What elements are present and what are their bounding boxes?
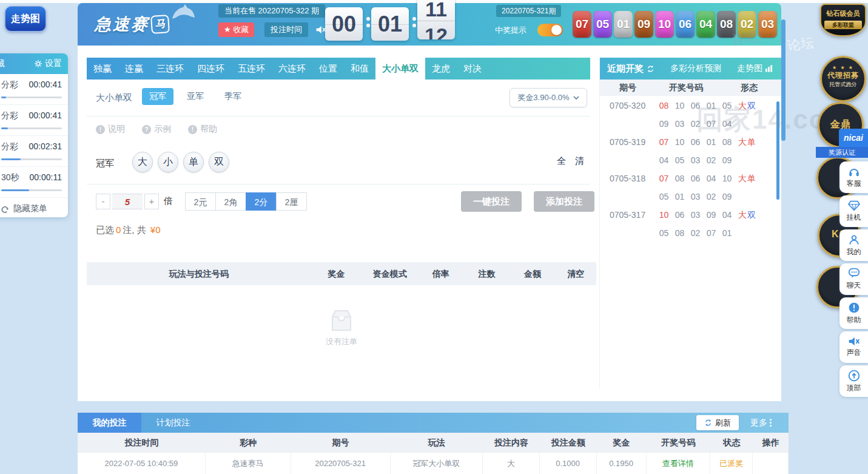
draw-ball: 04 bbox=[696, 11, 715, 38]
unit-yuan[interactable]: 2元 bbox=[185, 192, 216, 211]
example-link[interactable]: ?示例 bbox=[142, 124, 171, 135]
agent-recruit-badge[interactable]: ★ ★ ★ 代理招募 托管式跑分 bbox=[820, 56, 866, 102]
multiplier-input[interactable]: 5 bbox=[112, 194, 143, 209]
tab-sanlianhuan[interactable]: 三连环 bbox=[150, 58, 190, 80]
unit-jiao[interactable]: 2角 bbox=[215, 192, 246, 211]
pick-big[interactable]: 大 bbox=[132, 152, 153, 172]
tab-weizhi[interactable]: 位置 bbox=[312, 58, 344, 80]
col-issue: 期号 bbox=[291, 433, 391, 453]
add-bet-button[interactable]: 添加投注 bbox=[534, 191, 594, 212]
nicai-badge[interactable]: nicai bbox=[839, 129, 868, 147]
tab-liulianhuan[interactable]: 六连环 bbox=[272, 58, 312, 80]
unit-li[interactable]: 2厘 bbox=[276, 192, 307, 211]
tab-hezhi[interactable]: 和值 bbox=[344, 58, 375, 80]
bet-slip-body: 没有注单 bbox=[87, 285, 596, 399]
countdown-seconds-flip: 11 12 bbox=[417, 0, 455, 39]
tab-duijue[interactable]: 对决 bbox=[457, 58, 488, 80]
tab-silianhuan[interactable]: 四连环 bbox=[190, 58, 231, 80]
tab-daxiaodanshuang[interactable]: 大小单双 bbox=[375, 58, 425, 80]
subnav-champion[interactable]: 冠军 bbox=[142, 88, 173, 105]
lottery-list-item[interactable]: 分彩 00:00:41 bbox=[0, 74, 68, 105]
col-pattern: 形态 bbox=[735, 80, 764, 96]
lottery-name: 分彩 bbox=[1, 110, 18, 121]
countdown-minutes: 01 bbox=[371, 7, 409, 41]
prize-source-certified-label[interactable]: 奖源认证 bbox=[816, 147, 868, 158]
tab-plan-bets[interactable]: 计划投注 bbox=[141, 413, 205, 433]
col-count: 注数 bbox=[464, 262, 510, 285]
analysis-forecast-link[interactable]: 多彩分析预测 bbox=[670, 63, 721, 74]
select-all-button[interactable]: 全 bbox=[557, 155, 566, 167]
pick-odd[interactable]: 单 bbox=[183, 152, 204, 172]
view-detail-link[interactable]: 查看详情 bbox=[647, 453, 710, 474]
lottery-list-item[interactable]: 分彩 00:02:31 bbox=[0, 136, 68, 167]
refresh-button[interactable]: 刷新 bbox=[696, 415, 739, 430]
recent-panel-scrollbar[interactable] bbox=[776, 101, 779, 200]
multiplier-minus-button[interactable]: - bbox=[96, 194, 110, 209]
draw-row: 0705-320 0810060105 0903020704 大双 bbox=[600, 96, 781, 132]
subnav-third[interactable]: 季军 bbox=[217, 88, 249, 105]
draw-numbers-line2: 0508020701 bbox=[658, 228, 733, 238]
help-button[interactable]: 帮助 bbox=[839, 297, 868, 329]
selected-amount: ¥0 bbox=[149, 225, 163, 235]
chat-button[interactable]: 聊天 bbox=[839, 263, 868, 295]
col-amount: 投注金额 bbox=[540, 433, 597, 453]
brand-logo-text: 急速赛 bbox=[95, 13, 149, 35]
draw-row: 0705-319 0710060108 0405030209 大单 bbox=[600, 132, 781, 169]
bet-slip-table: 玩法与投注号码 奖金 资金模式 倍率 注数 金额 清空 没有注单 bbox=[87, 262, 596, 399]
favorite-button[interactable]: ★ 收藏 bbox=[218, 22, 254, 37]
settings-button[interactable]: 设置 bbox=[34, 58, 62, 69]
horse-logo-icon bbox=[169, 4, 195, 20]
recent-draws-panel: 近期开奖 多彩分析预测 走势图 期号 开奖号码 形态 0705-320 0810… bbox=[599, 58, 781, 389]
quick-bet-button[interactable]: 一键投注 bbox=[461, 191, 522, 212]
help-link[interactable]: !帮助 bbox=[188, 124, 217, 135]
tab-lianying[interactable]: 连赢 bbox=[118, 58, 150, 80]
draw-numbers-line1: 0708060410 bbox=[658, 174, 733, 183]
instructions-link[interactable]: !说明 bbox=[96, 124, 125, 135]
prize-rate-dropdown[interactable]: 奖金3.90-0.0% bbox=[510, 88, 587, 107]
clear-button[interactable]: 清 bbox=[575, 155, 584, 167]
draw-numbers-line2: 0405030209 bbox=[658, 155, 733, 165]
subnav-options: 冠军 亚军 季军 bbox=[142, 88, 249, 105]
win-tip-toggle[interactable] bbox=[537, 24, 563, 36]
col-numbers: 开奖号码 bbox=[662, 80, 710, 96]
more-button[interactable]: 更多 bbox=[750, 413, 772, 433]
lottery-list-item[interactable]: 分彩 00:00:41 bbox=[0, 105, 68, 136]
multiplier-plus-button[interactable]: + bbox=[144, 194, 159, 209]
pick-small[interactable]: 小 bbox=[158, 152, 178, 172]
win-tip-label: 中奖提示 bbox=[495, 25, 527, 36]
lottery-list-item[interactable]: 30秒 00:00:11 bbox=[0, 167, 68, 198]
tab-longhu[interactable]: 龙虎 bbox=[425, 58, 457, 80]
brand-logo-badge: 马 bbox=[150, 15, 170, 34]
draw-ball: 08 bbox=[717, 11, 736, 38]
pick-even[interactable]: 双 bbox=[209, 152, 229, 172]
my-account-button[interactable]: 我的 bbox=[839, 229, 868, 261]
money-unit-group: 2元 2角 2分 2厘 bbox=[186, 192, 307, 211]
trend-chart-button[interactable]: 走势图 bbox=[5, 6, 46, 32]
draw-numbers-line1: 1006030904 bbox=[658, 210, 733, 220]
col-status: 状态 bbox=[710, 433, 753, 453]
unit-fen[interactable]: 2分 bbox=[246, 192, 277, 211]
sound-button[interactable]: 声音 bbox=[839, 331, 868, 363]
trend-chart-link[interactable]: 走势图 bbox=[737, 63, 773, 74]
lottery-name: 分彩 bbox=[1, 80, 18, 90]
tab-my-bets[interactable]: 我的投注 bbox=[78, 413, 141, 433]
subnav-label: 大小单双 bbox=[96, 92, 132, 104]
countdown-progress bbox=[1, 127, 8, 129]
draw-ball: 01 bbox=[614, 11, 633, 38]
back-to-top-button[interactable]: 顶部 bbox=[839, 365, 868, 397]
draw-ball: 05 bbox=[593, 11, 612, 38]
auto-bet-button[interactable]: 挂机 bbox=[839, 195, 868, 227]
customer-service-button[interactable]: 客服 bbox=[839, 161, 868, 193]
countdown-hours: 00 bbox=[325, 7, 363, 41]
bet-time-button[interactable]: 投注时间 bbox=[264, 22, 308, 37]
diamond-member-badge[interactable]: 钻石级会员 多彩联盟 bbox=[820, 4, 866, 36]
page-scrollbar[interactable] bbox=[781, 19, 786, 141]
flip-bottom: 12 bbox=[417, 21, 455, 39]
refresh-icon[interactable] bbox=[647, 65, 654, 73]
tab-wulianhuan[interactable]: 五连环 bbox=[231, 58, 272, 80]
bar-chart-icon bbox=[765, 65, 773, 72]
subnav-runnerup[interactable]: 亚军 bbox=[180, 88, 211, 105]
tab-duying[interactable]: 独赢 bbox=[87, 58, 118, 80]
recent-draws-title[interactable]: 近期开奖 bbox=[607, 63, 654, 75]
hide-menu-button[interactable]: 隐藏菜单 bbox=[0, 198, 68, 217]
